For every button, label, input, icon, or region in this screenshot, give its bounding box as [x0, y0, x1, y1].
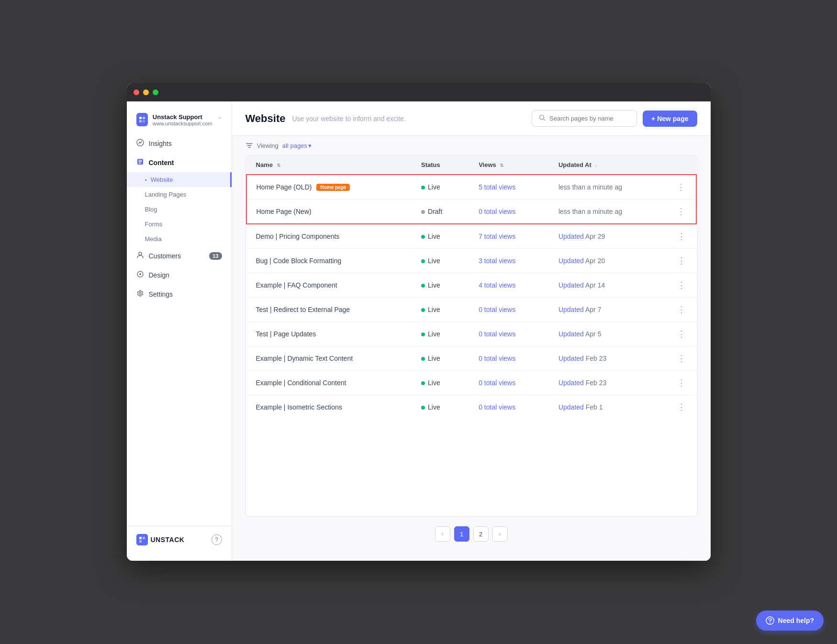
maximize-button[interactable] [153, 89, 158, 95]
sidebar-item-media[interactable]: Media [127, 232, 232, 246]
page-subtitle: Use your website to inform and excite. [292, 115, 405, 122]
minimize-button[interactable] [143, 89, 149, 95]
views-cell: 4 total views [469, 273, 549, 298]
updated-cell: Updated Feb 23 [549, 346, 667, 371]
status-cell: Live [421, 233, 440, 240]
updated-cell: Updated Apr 14 [549, 273, 667, 298]
col-updated-at[interactable]: Updated At ↓ [549, 155, 667, 175]
pagination-page-1[interactable]: 1 [454, 526, 469, 542]
brand-chevron-icon: ⌃ [217, 116, 222, 123]
svg-point-15 [770, 622, 770, 623]
status-cell: Live [421, 403, 440, 411]
sidebar-item-blog[interactable]: Blog [127, 202, 232, 217]
design-icon [136, 270, 144, 280]
page-name[interactable]: Example | FAQ Component [256, 281, 402, 289]
new-page-button[interactable]: + New page [643, 111, 697, 127]
table-row: Demo | Pricing Components Live7 total vi… [246, 224, 696, 249]
status-dot [421, 210, 425, 214]
pagination-page-2[interactable]: 2 [473, 526, 489, 542]
row-menu-button[interactable]: ⋮ [667, 346, 696, 371]
need-help-button[interactable]: Need help? [756, 611, 824, 631]
row-menu-button[interactable]: ⋮ [667, 224, 696, 249]
page-name[interactable]: Test | Page Updates [256, 330, 402, 338]
row-menu-button[interactable]: ⋮ [667, 322, 696, 346]
status-dot [421, 284, 425, 288]
page-name[interactable]: Example | Isometric Sections [256, 403, 402, 411]
sidebar-item-settings[interactable]: Settings [127, 285, 232, 304]
status-dot [421, 406, 425, 410]
website-label: Website [151, 176, 173, 183]
table-row: Example | Isometric Sections Live0 total… [246, 395, 696, 420]
row-menu-button[interactable]: ⋮ [667, 249, 696, 273]
table-row: Example | Conditional Content Live0 tota… [246, 371, 696, 395]
chevron-down-icon: ▾ [308, 142, 312, 149]
sidebar-item-label-insights: Insights [149, 140, 172, 147]
svg-point-8 [139, 273, 141, 275]
svg-rect-11 [143, 537, 145, 539]
views-cell: 0 total views [469, 298, 549, 322]
search-icon [539, 114, 546, 122]
table-row: Bug | Code Block Formatting Live3 total … [246, 249, 696, 273]
row-menu-button[interactable]: ⋮ [667, 175, 696, 200]
blog-label: Blog [145, 206, 157, 213]
sidebar-item-customers[interactable]: Customers 13 [127, 246, 232, 266]
col-views[interactable]: Views ⇅ [469, 155, 549, 175]
search-box[interactable] [532, 110, 637, 127]
views-cell: 3 total views [469, 249, 549, 273]
customers-icon [136, 251, 144, 261]
search-input[interactable] [549, 115, 630, 122]
sidebar-item-content[interactable]: Content [127, 153, 232, 172]
views-cell: 0 total views [469, 322, 549, 346]
sidebar-item-landing-pages[interactable]: Landing Pages [127, 187, 232, 202]
close-button[interactable] [134, 89, 139, 95]
row-menu-button[interactable]: ⋮ [667, 298, 696, 322]
status-dot [421, 186, 425, 189]
col-name[interactable]: Name ⇅ [246, 155, 412, 175]
status-dot [421, 333, 425, 336]
svg-rect-10 [139, 537, 142, 539]
svg-rect-1 [143, 117, 145, 119]
filter-value: all pages [282, 142, 307, 149]
insights-icon [136, 139, 144, 148]
media-label: Media [145, 235, 162, 243]
pages-table-container: Name ⇅ Status Views ⇅ [246, 155, 697, 517]
status-cell: Live [421, 306, 440, 313]
sidebar-item-insights[interactable]: Insights [127, 134, 232, 153]
status-cell: Live [421, 257, 440, 265]
brand-url: www.unstacksupport.com [153, 121, 212, 126]
row-menu-button[interactable]: ⋮ [667, 200, 696, 224]
page-name[interactable]: Demo | Pricing Components [256, 233, 402, 240]
updated-cell: Updated Apr 29 [549, 224, 667, 249]
row-menu-button[interactable]: ⋮ [667, 273, 696, 298]
status-cell: Live [421, 330, 440, 338]
filter-icon [246, 142, 253, 149]
updated-cell: less than a minute ag [549, 175, 667, 200]
footer-logo: UNSTACK [136, 534, 185, 545]
content-icon [136, 158, 144, 167]
page-name[interactable]: Home Page (OLD) Home page [257, 183, 402, 191]
sidebar-brand[interactable]: Unstack Support www.unstacksupport.com ⌃ [127, 109, 232, 134]
updated-sort-icon: ↓ [595, 163, 597, 168]
pagination-prev[interactable]: ‹ [435, 526, 450, 542]
footer-logo-text: UNSTACK [151, 536, 185, 544]
page-name[interactable]: Test | Redirect to External Page [256, 306, 402, 313]
svg-point-9 [139, 292, 141, 294]
col-status[interactable]: Status [412, 155, 469, 175]
help-button[interactable]: ? [212, 534, 222, 545]
sidebar-item-website[interactable]: Website [127, 172, 232, 187]
page-name[interactable]: Example | Dynamic Text Content [256, 355, 402, 362]
page-name[interactable]: Example | Conditional Content [256, 379, 402, 387]
pagination-next[interactable]: › [492, 526, 508, 542]
page-name[interactable]: Bug | Code Block Formatting [256, 257, 402, 265]
footer-logo-icon [136, 534, 148, 545]
customers-badge: 13 [209, 252, 222, 260]
sidebar-item-forms[interactable]: Forms [127, 217, 232, 232]
row-menu-button[interactable]: ⋮ [667, 371, 696, 395]
filter-link[interactable]: all pages ▾ [282, 142, 312, 149]
page-name[interactable]: Home Page (New) [257, 208, 402, 215]
row-menu-button[interactable]: ⋮ [667, 395, 696, 420]
sidebar-footer: UNSTACK ? [127, 526, 232, 553]
table-row: Test | Page Updates Live0 total viewsUpd… [246, 322, 696, 346]
sidebar-item-design[interactable]: Design [127, 266, 232, 285]
status-cell: Draft [421, 208, 442, 215]
